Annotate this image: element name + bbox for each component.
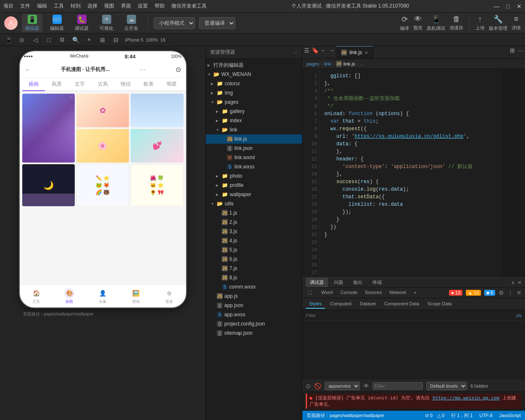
file-link-wxss[interactable]: S link.wxss: [206, 162, 302, 171]
phone-tab-ancient[interactable]: 古风: [91, 78, 114, 90]
search-icon[interactable]: 🔍: [71, 36, 80, 44]
nav-forward-icon[interactable]: →: [328, 46, 336, 55]
devtools-close-icon[interactable]: ✕: [517, 280, 522, 286]
more-icon[interactable]: ⊞: [98, 36, 107, 44]
bottom-tab-more[interactable]: ⊕ 更多: [164, 288, 174, 304]
open-editors-section[interactable]: ▶ 打开的编辑器: [206, 60, 302, 70]
folder-img[interactable]: ▶ 📁 img: [206, 88, 302, 97]
menu-item-wechat[interactable]: 微信开发者工具: [171, 3, 207, 10]
console-filter-input[interactable]: [373, 382, 423, 390]
file-4js[interactable]: JS 4.js: [206, 236, 302, 245]
nav-record[interactable]: ⊙: [176, 66, 181, 74]
inspector-settings-icon[interactable]: ⚙: [499, 289, 504, 296]
menu-item-edit[interactable]: 编辑: [37, 3, 47, 10]
compile-btn[interactable]: ⟳ 编译: [400, 15, 409, 32]
style-tab-dataset[interactable]: Dataset: [357, 299, 379, 309]
inspector-tab-sources[interactable]: Sources: [362, 288, 385, 297]
code-tab-link-js[interactable]: JS link.js ✕: [336, 46, 373, 58]
close-button[interactable]: ✕: [517, 3, 522, 10]
default-levels-select[interactable]: Default levels: [426, 382, 467, 390]
editor-btn[interactable]: </> 编辑器: [47, 14, 67, 32]
inspector-close-icon[interactable]: ✕: [517, 289, 522, 296]
user-avatar[interactable]: 人: [4, 16, 18, 30]
minimize-button[interactable]: —: [494, 3, 500, 10]
phone-icon[interactable]: 📱: [4, 36, 13, 44]
cloud-btn[interactable]: ☁ 云开发: [121, 14, 142, 32]
inspector-tab-wxml[interactable]: ⬚: [306, 288, 317, 298]
code-content[interactable]: gglist: [] }, /** * 生命周期函数--监听页面加载 */ on…: [319, 69, 500, 277]
devtools-tab-debugger[interactable]: 调试器: [306, 278, 328, 287]
bottom-tab-avatar[interactable]: 👤 头像: [97, 288, 108, 304]
menu-item-help[interactable]: 帮助: [155, 3, 165, 10]
bottom-tab-home[interactable]: 🏠 主页: [31, 288, 41, 304]
maximize-button[interactable]: □: [507, 3, 510, 10]
folder-colorui[interactable]: ▶ 📁 colorui: [206, 79, 302, 88]
clear-cache-btn[interactable]: 🗑 清缓存: [449, 15, 463, 31]
console-eye-icon[interactable]: 👁: [363, 383, 369, 389]
folder-pages[interactable]: ▼ 📂 pages: [206, 97, 302, 107]
file-app-wxss[interactable]: S app.wxss: [206, 310, 302, 319]
image-item-3[interactable]: [131, 94, 183, 127]
upload-btn[interactable]: ↑ 上传: [475, 15, 485, 31]
folder-utils[interactable]: ▼ 📂 utils: [206, 199, 302, 208]
file-sitemap[interactable]: {} sitemap.json: [206, 328, 302, 338]
menu-item-project[interactable]: 项目: [3, 3, 13, 10]
image-item-5[interactable]: 💕: [131, 129, 183, 163]
file-7js[interactable]: JS 7.js: [206, 264, 302, 273]
appservice-select[interactable]: appservice: [325, 382, 360, 390]
debugger-btn[interactable]: 🐛 调试器: [71, 14, 92, 32]
cls-label[interactable]: .cls: [515, 313, 522, 318]
version-btn[interactable]: 🔧 版本管理: [489, 15, 507, 32]
menu-item-goto[interactable]: 转到: [71, 3, 81, 10]
inspector-tab-wxml-label[interactable]: Wxml: [318, 288, 336, 297]
style-tab-component-data[interactable]: Component Data: [381, 299, 423, 309]
phone-tab-couple[interactable]: 情侣: [114, 78, 137, 90]
devtools-tab-output[interactable]: 输出: [349, 278, 367, 287]
file-2js[interactable]: JS 2.js: [206, 218, 302, 227]
orientation-icon[interactable]: ⊙: [18, 36, 26, 44]
phone-tab-star[interactable]: 明星: [160, 78, 184, 90]
mode-dropdown[interactable]: 小程序模式: [154, 17, 195, 29]
menu-item-view[interactable]: 视图: [104, 3, 114, 10]
phone-tab-illustration[interactable]: 插画: [22, 78, 45, 91]
devtools-collapse-icon[interactable]: ∧: [511, 280, 515, 286]
phone-tab-western[interactable]: 欧美: [137, 78, 160, 90]
bookmark-icon[interactable]: 🔖: [311, 46, 319, 55]
bottom-tab-wallpaper[interactable]: 🖼️ 壁纸: [131, 288, 141, 304]
style-tab-styles[interactable]: Styles: [306, 299, 325, 309]
cursor-icon[interactable]: ⌖: [85, 36, 93, 44]
breadcrumb-item-pages[interactable]: pages: [307, 61, 319, 66]
image-item-2[interactable]: ✿: [76, 94, 129, 127]
menu-item-interface[interactable]: 界面: [121, 3, 131, 10]
console-toolbar-icon-2[interactable]: 🚫: [314, 383, 321, 389]
folder-link[interactable]: ▼ 📂 link: [206, 125, 302, 134]
file-link-wxml[interactable]: W link.wxml: [206, 153, 302, 162]
grid-icon[interactable]: ⊟: [112, 36, 120, 44]
menu-item-settings[interactable]: 设置: [138, 3, 148, 10]
folder-gallery[interactable]: ▶ 📁 gallery: [206, 107, 302, 116]
image-item-8[interactable]: 🌺 🍀 🐱 ⭐ 🌻 🎀: [131, 164, 183, 206]
file-1js[interactable]: JS 1.js: [206, 208, 302, 218]
devtools-tab-issues[interactable]: 问题: [330, 278, 347, 287]
phone-tab-text[interactable]: 文字: [68, 78, 91, 90]
back-arrow[interactable]: ←: [25, 66, 32, 74]
folder-index[interactable]: ▶ 📁 index: [206, 116, 302, 125]
file-project-config[interactable]: {} project.config.json: [206, 319, 302, 328]
real-machine-btn[interactable]: 📱 真机调试: [427, 15, 445, 32]
preview-btn[interactable]: 👁 预览: [413, 15, 423, 31]
devtools-tab-terminal[interactable]: 终端: [368, 278, 386, 287]
file-app-json[interactable]: {} app.json: [206, 301, 302, 310]
toggle-sidebar-icon[interactable]: ☰: [302, 46, 311, 55]
file-link-js[interactable]: JS link.js: [206, 134, 302, 144]
style-tab-computed[interactable]: Computed: [327, 299, 355, 309]
image-item-7[interactable]: ✏️ ⭐ 🐸 🦊 🌈 🐻: [76, 164, 129, 206]
error-link[interactable]: https://mp.weixin.qq.com: [433, 395, 499, 401]
bottom-tab-illustration[interactable]: 🎨 插图: [64, 288, 74, 304]
folder-photo[interactable]: ▶ 📁 photo: [206, 171, 302, 181]
detail-btn[interactable]: ≡ 详情: [512, 15, 521, 31]
split-editor-icon[interactable]: ⊞: [508, 46, 517, 55]
file-8js[interactable]: JS 8.js: [206, 273, 302, 282]
inspector-tab-network[interactable]: Network: [386, 288, 410, 297]
image-item-4[interactable]: 🌸: [76, 129, 129, 163]
compile-dropdown[interactable]: 普通编译: [199, 17, 235, 29]
